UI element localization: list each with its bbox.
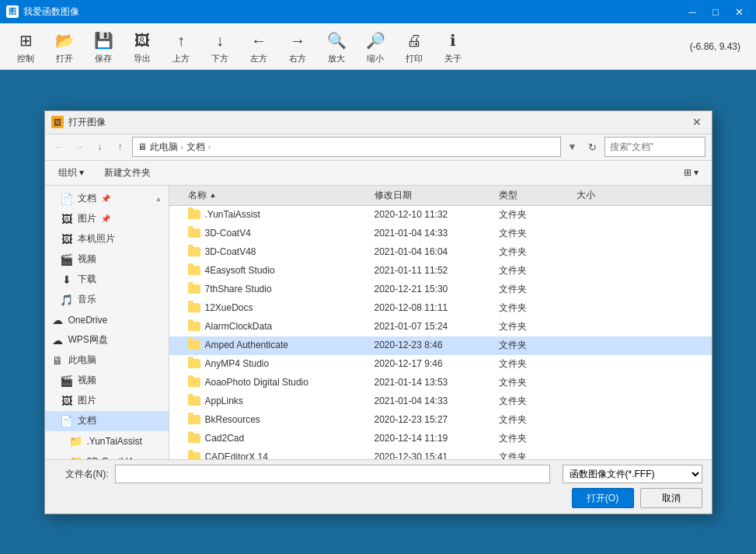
up-icon: ↑ (170, 30, 192, 51)
cancel-dialog-button[interactable]: 取消 (640, 488, 702, 508)
export-icon: 🖼 (131, 30, 153, 51)
zoom-out-button[interactable]: 🔎 缩小 (357, 26, 393, 67)
camera-icon: 🖼 (61, 233, 73, 246)
table-row[interactable]: .YunTaiAssist 2020-12-10 11:32 文件夹 (169, 206, 712, 225)
file-name-text: 3D-CoatV4 (205, 228, 251, 239)
images2-icon: 🖼 (61, 395, 73, 407)
file-name-text: 12XueDocs (205, 302, 253, 313)
file-type-cell: 文件夹 (499, 451, 577, 459)
main-content: 🖼 打开图像 ✕ ← → ↓ ↑ 🖥 此电脑 › 文档 › ▼ ↻ (0, 70, 756, 554)
address-path[interactable]: 🖥 此电脑 › 文档 › (132, 137, 561, 157)
up-button[interactable]: ↑ 上方 (163, 26, 199, 67)
sidebar-item-video2[interactable]: 🎬 视频 (45, 371, 169, 391)
file-type-cell: 文件夹 (499, 264, 577, 277)
close-button[interactable]: ✕ (728, 3, 750, 20)
sidebar-item-music[interactable]: 🎵 音乐 (45, 290, 169, 310)
sidebar-item-wps[interactable]: ☁ WPS网盘 (45, 330, 169, 350)
dialog-title-left: 🖼 打开图像 (51, 116, 106, 129)
video-icon: 🎬 (61, 253, 73, 266)
title-bar-controls: ─ □ ✕ (681, 3, 750, 20)
folder-icon (188, 415, 200, 424)
sidebar-item-downloads[interactable]: ⬇ 下载 (45, 270, 169, 290)
table-row[interactable]: 12XueDocs 2020-12-08 11:11 文件夹 (169, 299, 712, 318)
control-button[interactable]: ⊞ 控制 (8, 26, 44, 67)
sidebar-item-onedrive[interactable]: ☁ OneDrive (45, 310, 169, 330)
table-row[interactable]: AlarmClockData 2021-01-07 15:24 文件夹 (169, 318, 712, 336)
file-date-cell: 2020-12-17 9:46 (375, 358, 499, 369)
table-row[interactable]: 7thShare Studio 2020-12-21 15:30 文件夹 (169, 280, 712, 299)
sidebar-item-docs[interactable]: 📄 文档 📌 ▲ (45, 189, 169, 209)
filename-input[interactable] (115, 465, 550, 483)
left-button[interactable]: ← 左方 (241, 26, 277, 67)
thispc-icon: 🖥 (51, 354, 64, 367)
sidebar-item-3dcoat[interactable]: 📁 3D-CoatV4 (45, 451, 169, 459)
table-row[interactable]: Amped Authenticate 2020-12-23 8:46 文件夹 (169, 336, 712, 355)
file-name-text: Cad2Cad (205, 433, 245, 444)
sidebar-item-thispc[interactable]: 🖥 此电脑 (45, 350, 169, 371)
view-options-button[interactable]: ⊞ ▾ (677, 163, 705, 182)
forward-button[interactable]: → (71, 138, 89, 155)
file-name-cell: AnyMP4 Studio (172, 358, 375, 369)
right-button[interactable]: → 右方 (280, 26, 315, 67)
table-row[interactable]: 4Easysoft Studio 2021-01-11 11:52 文件夹 (169, 262, 712, 280)
file-name-text: CADEditorX 14 (205, 451, 268, 459)
organize-button[interactable]: 组织 ▾ (51, 163, 91, 182)
file-date-cell: 2020-12-23 8:46 (375, 340, 499, 350)
save-button[interactable]: 💾 保存 (85, 26, 121, 67)
recent-button[interactable]: ↓ (92, 138, 109, 155)
file-date-cell: 2020-12-30 15:41 (375, 451, 499, 459)
sidebar-item-yuntai[interactable]: 📁 .YunTaiAssist (45, 431, 169, 451)
print-button[interactable]: 🖨 打印 (396, 26, 432, 67)
folder-icon (188, 340, 200, 350)
file-name-cell: BkResources (172, 414, 375, 425)
sidebar-item-camera[interactable]: 🖼 本机照片 (45, 229, 169, 249)
folder-icon (188, 322, 200, 331)
table-row[interactable]: 3D-CoatV48 2021-01-04 16:04 文件夹 (169, 243, 712, 262)
open-button[interactable]: 📂 打开 (47, 26, 82, 67)
coordinates-display: (-6.86, 9.43) (690, 41, 740, 52)
refresh-button[interactable]: ↻ (584, 138, 601, 155)
col-header-type[interactable]: 类型 (499, 189, 577, 202)
up-label: 上方 (172, 53, 190, 64)
dialog-title-bar: 🖼 打开图像 ✕ (45, 111, 712, 134)
table-row[interactable]: AnyMP4 Studio 2020-12-17 9:46 文件夹 (169, 355, 712, 374)
back-button[interactable]: ← (51, 138, 68, 155)
table-row[interactable]: AoaoPhoto Digital Studio 2021-01-14 13:5… (169, 374, 712, 392)
export-label: 导出 (134, 53, 151, 64)
table-row[interactable]: 3D-CoatV4 2021-01-04 14:33 文件夹 (169, 225, 712, 243)
toolbar-buttons: ⊞ 控制 📂 打开 💾 保存 🖼 导出 ↑ 上方 ↓ 下方 (8, 26, 471, 67)
sidebar-item-images[interactable]: 🖼 图片 📌 (45, 209, 169, 229)
open-dialog-button[interactable]: 打开(O) (572, 488, 634, 508)
open-label: 打开 (56, 53, 73, 64)
sidebar-item-video[interactable]: 🎬 视频 (45, 249, 169, 270)
filetype-select[interactable]: 函数图像文件(*.FFF) (563, 465, 702, 483)
maximize-button[interactable]: □ (705, 3, 726, 20)
file-name-text: 3D-CoatV48 (205, 246, 256, 257)
about-button[interactable]: ℹ 关于 (435, 26, 471, 67)
video2-icon: 🎬 (61, 375, 73, 387)
dropdown-path-button[interactable]: ▼ (564, 138, 581, 155)
dialog-close-button[interactable]: ✕ (688, 113, 705, 131)
parent-folder-button[interactable]: ↑ (112, 138, 129, 155)
zoom-in-button[interactable]: 🔍 放大 (319, 26, 354, 67)
table-row[interactable]: CADEditorX 14 2020-12-30 15:41 文件夹 (169, 448, 712, 459)
export-button[interactable]: 🖼 导出 (124, 26, 160, 67)
sidebar-item-docs2[interactable]: 📄 文档 (45, 411, 169, 431)
col-header-size[interactable]: 大小 (577, 189, 639, 202)
sidebar-item-images2[interactable]: 🖼 图片 (45, 391, 169, 411)
col-header-date[interactable]: 修改日期 (375, 189, 499, 202)
table-row[interactable]: AppLinks 2021-01-04 14:33 文件夹 (169, 392, 712, 411)
down-button[interactable]: ↓ 下方 (202, 26, 238, 67)
images-pin-icon: 📌 (101, 214, 110, 223)
zoom-in-icon: 🔍 (326, 30, 347, 51)
table-row[interactable]: Cad2Cad 2020-12-14 11:19 文件夹 (169, 430, 712, 448)
table-row[interactable]: BkResources 2020-12-23 15:27 文件夹 (169, 411, 712, 430)
minimize-button[interactable]: ─ (681, 3, 703, 20)
col-header-name[interactable]: 名称 ▲ (172, 189, 375, 202)
control-label: 控制 (17, 53, 34, 64)
sort-arrow-icon: ▲ (210, 191, 217, 199)
search-input[interactable] (604, 137, 705, 157)
new-folder-button[interactable]: 新建文件夹 (97, 163, 158, 182)
sidebar-downloads-label: 下载 (78, 273, 96, 286)
bottom-actions: 函数图像文件(*.FFF) (563, 465, 702, 483)
